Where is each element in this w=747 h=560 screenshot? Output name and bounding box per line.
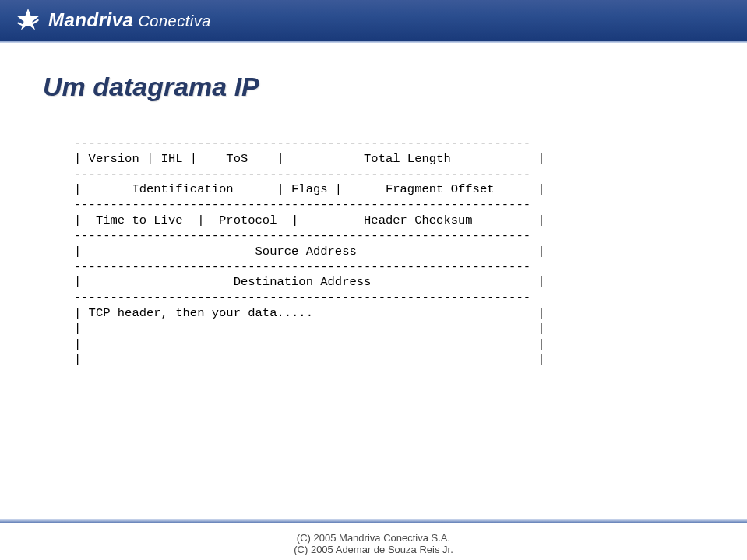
footer-rule bbox=[0, 519, 747, 523]
diagram-row4: | Source Address | bbox=[74, 245, 545, 259]
star-icon bbox=[14, 6, 42, 34]
diagram-sep: ----------------------------------------… bbox=[74, 229, 530, 243]
brand-text: Mandriva Conectiva bbox=[48, 9, 211, 31]
copyright-line-1: (C) 2005 Mandriva Conectiva S.A. bbox=[0, 532, 747, 544]
diagram-sep: ----------------------------------------… bbox=[74, 291, 530, 305]
diagram-row1: | Version | IHL | ToS | Total Length | bbox=[74, 152, 545, 166]
brand-main: Mandriva bbox=[48, 9, 133, 31]
ip-datagram-diagram: ----------------------------------------… bbox=[74, 136, 704, 368]
footer: (C) 2005 Mandriva Conectiva S.A. (C) 200… bbox=[0, 526, 747, 560]
diagram-sep: ----------------------------------------… bbox=[74, 198, 530, 212]
diagram-sep: ----------------------------------------… bbox=[74, 167, 530, 181]
header-underline bbox=[0, 41, 747, 43]
diagram-sep: ----------------------------------------… bbox=[74, 260, 530, 274]
diagram-row2: | Identification | Flags | Fragment Offs… bbox=[74, 182, 545, 196]
diagram-row3: | Time to Live | Protocol | Header Check… bbox=[74, 213, 545, 227]
slide-content: Um datagrama IP ------------------------… bbox=[0, 41, 747, 368]
diagram-row5: | Destination Address | bbox=[74, 275, 545, 289]
copyright-line-2: (C) 2005 Ademar de Souza Reis Jr. bbox=[0, 544, 747, 555]
brand-sub: Conectiva bbox=[138, 12, 210, 30]
slide-title: Um datagrama IP bbox=[43, 72, 704, 102]
diagram-sep: ----------------------------------------… bbox=[74, 136, 530, 150]
diagram-empty: | | bbox=[74, 322, 545, 336]
diagram-empty: | | bbox=[74, 353, 545, 367]
diagram-empty: | | bbox=[74, 337, 545, 351]
diagram-row6: | TCP header, then your data..... | bbox=[74, 306, 545, 320]
header-bar: Mandriva Conectiva bbox=[0, 0, 747, 41]
